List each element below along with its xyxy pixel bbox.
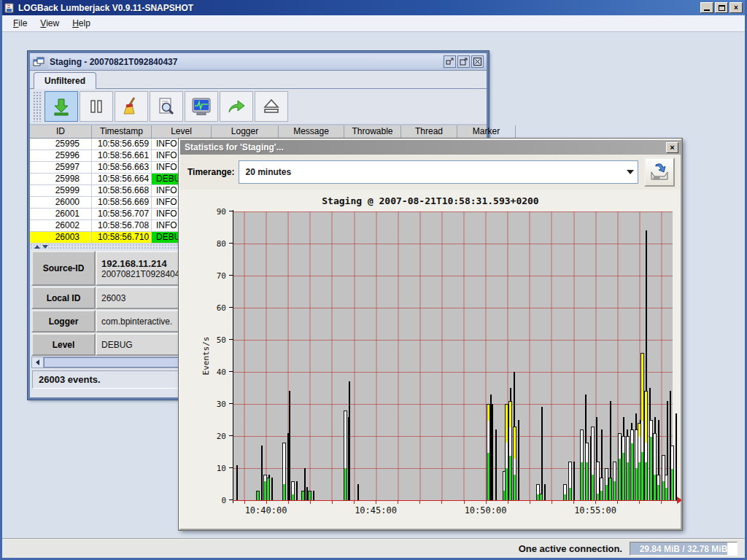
- dialog-close-button[interactable]: ×: [666, 142, 678, 153]
- spike-segment: [619, 434, 621, 459]
- y-axis-line: [233, 210, 233, 503]
- y-tick-label: 30: [203, 400, 226, 409]
- statistics-dialog: Statistics for 'Staging'... × Timerange:…: [179, 139, 682, 530]
- minimize-button[interactable]: [700, 2, 713, 13]
- memory-indicator: 29.84 MiB / 32.78 MiB: [630, 542, 738, 556]
- x-minor-tick: [266, 501, 267, 504]
- tab-unfiltered[interactable]: Unfiltered: [34, 72, 96, 89]
- spike-segment: [665, 488, 667, 500]
- clean-button[interactable]: [115, 91, 148, 122]
- spike-segment: [569, 462, 571, 488]
- cell-id: 25998: [30, 174, 92, 184]
- pause-button[interactable]: [80, 91, 113, 122]
- menu-bar: FileViewHelp: [2, 15, 745, 32]
- spike-stack: [256, 491, 260, 500]
- menu-help[interactable]: Help: [66, 16, 97, 31]
- spike-stack: [608, 478, 612, 500]
- download-icon: [51, 96, 71, 117]
- dialog-title: Statistics for 'Staging'...: [185, 142, 666, 152]
- y-tick: [229, 307, 233, 308]
- spike-segment: [514, 427, 516, 459]
- column-header-message[interactable]: Message: [279, 125, 344, 138]
- spike-total: [357, 484, 359, 500]
- toolbar: [30, 89, 487, 125]
- spike-stack: [266, 478, 270, 500]
- follow-button[interactable]: [220, 91, 253, 122]
- spike-total: [348, 417, 349, 500]
- close-button[interactable]: ×: [729, 2, 743, 13]
- combobox-arrow-button[interactable]: [623, 161, 638, 183]
- frame-icon: [33, 57, 44, 67]
- spike-stack: [487, 404, 490, 500]
- spike-stack: [513, 427, 516, 500]
- spike-segment: [509, 456, 511, 500]
- spike-segment: [645, 392, 647, 443]
- spike-segment: [344, 411, 347, 469]
- spike-stack: [585, 443, 589, 500]
- spike-stack: [508, 401, 512, 500]
- x-minor-tick: [398, 501, 398, 504]
- spike-stack: [613, 462, 616, 500]
- spike-stack: [591, 427, 595, 500]
- spike-stack: [605, 468, 608, 500]
- app-icon: [4, 2, 15, 13]
- spike-total: [518, 420, 519, 500]
- x-minor-tick: [376, 501, 376, 504]
- column-header-marker[interactable]: Marker: [457, 125, 516, 138]
- statistics-button[interactable]: [185, 91, 218, 122]
- column-header-id[interactable]: ID: [30, 125, 92, 138]
- cell-id: 25999: [30, 185, 92, 196]
- column-header-thread[interactable]: Thread: [401, 125, 457, 138]
- x-tick-label: 10:55:00: [574, 505, 616, 516]
- search-document-icon: [156, 96, 177, 117]
- spike-segment: [671, 446, 673, 468]
- timerange-combobox[interactable]: 20 minutes: [239, 160, 638, 184]
- frame-minimize-button[interactable]: [444, 55, 456, 68]
- frame-maximize-button[interactable]: [457, 55, 470, 68]
- spike-segment: [506, 468, 508, 500]
- x-minor-tick: [354, 501, 355, 504]
- main-window: LOGBack Lumberjack V0.9.11-SNAPSHOT × Fi…: [0, 0, 747, 560]
- eject-button[interactable]: [255, 91, 288, 122]
- detail-label: Local ID: [31, 287, 96, 309]
- y-tick: [229, 435, 233, 436]
- spike-segment: [650, 437, 652, 500]
- find-button[interactable]: [150, 91, 183, 122]
- internal-frame-titlebar[interactable]: Staging - 20070821T092840437: [30, 53, 487, 71]
- x-minor-tick: [573, 501, 574, 504]
- dialog-controls: Timerange: 20 minutes: [180, 155, 681, 190]
- y-tick: [229, 211, 233, 211]
- dialog-titlebar[interactable]: Statistics for 'Staging'... ×: [180, 140, 681, 155]
- download-toggle-button[interactable]: [44, 91, 78, 122]
- scroll-left-button[interactable]: [32, 357, 44, 368]
- detail-label: Logger: [31, 310, 96, 332]
- spike-segment: [344, 468, 347, 500]
- spike-segment: [614, 481, 616, 500]
- menu-file[interactable]: File: [7, 16, 34, 31]
- menu-view[interactable]: View: [34, 16, 66, 31]
- toolbar-drag-handle[interactable]: [33, 91, 42, 122]
- y-tick-label: 50: [203, 335, 226, 345]
- frame-close-button[interactable]: [471, 55, 484, 68]
- save-chart-button[interactable]: [644, 158, 675, 187]
- spike-stack: [657, 475, 660, 500]
- x-minor-tick: [419, 501, 420, 504]
- spike-segment: [627, 462, 629, 500]
- spike-segment: [267, 478, 269, 500]
- column-header-timestamp[interactable]: Timestamp: [92, 125, 152, 138]
- table-header[interactable]: IDTimestampLevelLoggerMessageThrowableTh…: [30, 125, 487, 139]
- x-tick-label: 10:40:00: [245, 505, 287, 516]
- spike-segment: [619, 459, 621, 500]
- column-header-logger[interactable]: Logger: [212, 125, 279, 138]
- column-header-level[interactable]: Level: [152, 125, 212, 138]
- spike-segment: [631, 443, 633, 500]
- spike-segment: [671, 469, 673, 500]
- cell-timestamp: 10:58:56.669: [92, 197, 152, 208]
- y-tick-label: 20: [203, 432, 226, 441]
- internal-frame-title: Staging - 20070821T092840437: [48, 55, 442, 69]
- spike-segment: [600, 478, 603, 491]
- maximize-button[interactable]: [715, 2, 728, 13]
- x-tick-label: 10:45:00: [355, 505, 397, 516]
- column-header-throwable[interactable]: Throwable: [344, 125, 401, 138]
- spike-segment: [592, 427, 594, 475]
